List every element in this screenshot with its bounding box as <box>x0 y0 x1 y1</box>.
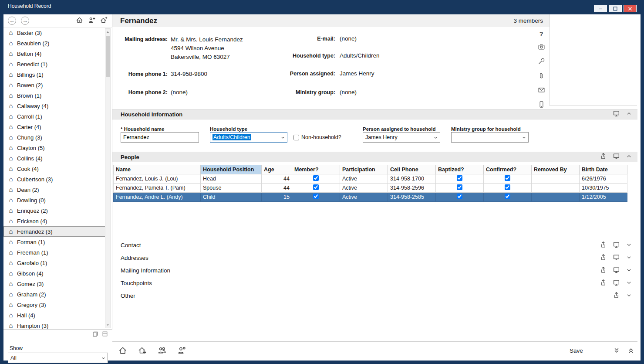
col-header-cell-phone[interactable]: Cell Phone <box>388 165 436 174</box>
person-row[interactable]: Fernandez, Louis J. (Lou) Head 44 Active… <box>114 174 627 184</box>
email-button[interactable] <box>538 86 545 95</box>
household-item[interactable]: ⌂Billings (1) <box>3 69 108 80</box>
household-item[interactable]: ⌂Bowen (2) <box>3 80 108 90</box>
export-section-button[interactable] <box>613 292 620 300</box>
expand-section-button[interactable] <box>626 292 632 300</box>
add-person-button[interactable] <box>88 17 95 25</box>
non-household-checkbox[interactable] <box>293 135 299 140</box>
collapse-section-button[interactable] <box>626 110 632 118</box>
person-row-selected[interactable]: Fernandez, Andre L. (Andy) Child 15 Acti… <box>114 193 627 202</box>
col-header-household-position[interactable]: Household Position <box>201 165 262 174</box>
member-checkbox[interactable] <box>313 194 319 199</box>
export-section-button[interactable] <box>600 266 607 275</box>
scroll-up-button[interactable] <box>105 29 110 35</box>
household-item[interactable]: ⌂Chung (3) <box>3 132 108 143</box>
confirmed-checkbox[interactable] <box>505 184 510 190</box>
baptized-checkbox[interactable] <box>457 184 462 190</box>
household-record-button[interactable] <box>118 346 127 356</box>
household-item[interactable]: ⌂Gregory (3) <box>3 299 108 310</box>
ministry-group-select[interactable] <box>451 132 529 143</box>
baptized-checkbox[interactable] <box>457 175 462 181</box>
household-item[interactable]: ⌂Brown (1) <box>3 90 108 101</box>
person-assigned-select[interactable]: James Henry <box>363 132 440 143</box>
back-button[interactable]: ← <box>8 17 16 25</box>
household-item[interactable]: ⌂Carroll (1) <box>3 111 108 122</box>
household-item[interactable]: ⌂Forman (1) <box>3 237 108 247</box>
detach-section-button[interactable] <box>613 266 620 275</box>
export-section-button[interactable] <box>600 153 607 161</box>
show-filter-select[interactable]: All <box>8 353 108 363</box>
household-item[interactable]: ⌂Freeman (1) <box>3 247 108 258</box>
export-section-button[interactable] <box>600 279 607 288</box>
detach-section-button[interactable] <box>613 279 620 288</box>
export-section-button[interactable] <box>600 241 607 250</box>
col-header-participation[interactable]: Participation <box>340 165 388 174</box>
member-checkbox[interactable] <box>313 175 319 181</box>
household-item[interactable]: ⌂Dean (2) <box>3 184 108 195</box>
camera-button[interactable] <box>538 43 545 52</box>
export-section-button[interactable] <box>600 254 607 262</box>
col-header-removed-by[interactable]: Removed By <box>532 165 580 174</box>
panel-layout-button-1[interactable] <box>92 331 98 338</box>
household-item[interactable]: ⌂Gomez (3) <box>3 279 108 289</box>
expand-section-button[interactable] <box>626 242 632 249</box>
help-icon[interactable]: ? <box>539 30 543 37</box>
household-item[interactable]: ⌂Hall (4) <box>3 310 108 320</box>
member-checkbox[interactable] <box>313 184 319 190</box>
expand-section-button[interactable] <box>626 279 632 287</box>
person-row[interactable]: Fernandez, Pamela T. (Pam) Spouse 44 Act… <box>114 184 627 193</box>
collapse-section-button[interactable] <box>626 153 632 161</box>
col-header-age[interactable]: Age <box>262 165 292 174</box>
maximize-button[interactable] <box>609 5 622 12</box>
section-addresses[interactable]: Addresses <box>112 252 637 264</box>
scroll-thumb[interactable] <box>106 36 110 77</box>
household-item[interactable]: ⌂Garofalo (1) <box>3 258 108 268</box>
household-item[interactable]: ⌂Collins (4) <box>3 153 108 163</box>
expand-all-button[interactable] <box>613 347 620 355</box>
col-header-baptized[interactable]: Baptized? <box>436 165 484 174</box>
household-view-button[interactable] <box>76 17 83 25</box>
household-type-select[interactable]: Adults/Children <box>210 132 287 143</box>
detach-section-button[interactable] <box>613 153 620 161</box>
person-record-button[interactable] <box>177 346 186 356</box>
panel-layout-button-2[interactable] <box>102 331 108 338</box>
household-item[interactable]: ⌂Clayton (5) <box>3 143 108 153</box>
expand-section-button[interactable] <box>626 267 632 275</box>
section-touchpoints[interactable]: Touchpoints <box>112 277 637 289</box>
household-item-selected[interactable]: ⌂Fernandez (3) <box>3 226 108 237</box>
save-button[interactable]: Save <box>570 347 583 354</box>
section-mailing-information[interactable]: Mailing Information <box>112 264 637 277</box>
scroll-down-button[interactable] <box>105 322 110 328</box>
section-other[interactable]: Other <box>112 289 637 302</box>
household-item[interactable]: ⌂Dowling (0) <box>3 195 108 205</box>
attachments-button[interactable] <box>538 72 545 81</box>
household-item[interactable]: ⌂Hampton (3) <box>3 320 108 329</box>
household-item[interactable]: ⌂Benedict (1) <box>3 59 108 69</box>
sidebar-scrollbar[interactable] <box>105 28 111 328</box>
go-to-household-button[interactable] <box>138 346 147 356</box>
household-item[interactable]: ⌂Erickson (4) <box>3 216 108 226</box>
household-item[interactable]: ⌂Graham (2) <box>3 289 108 299</box>
col-header-confirmed[interactable]: Confirmed? <box>484 165 532 174</box>
forward-button[interactable]: → <box>21 17 29 25</box>
col-header-name[interactable]: Name <box>114 165 201 174</box>
close-button[interactable] <box>624 5 637 12</box>
household-item[interactable]: ⌂Callaway (4) <box>3 101 108 111</box>
household-item[interactable]: ⌂Belton (4) <box>3 48 108 59</box>
household-name-input[interactable] <box>121 132 199 143</box>
mobile-button[interactable] <box>538 101 545 109</box>
members-button[interactable] <box>158 346 166 356</box>
baptized-checkbox[interactable] <box>457 194 462 199</box>
tools-button[interactable] <box>538 58 545 66</box>
collapse-all-button[interactable] <box>627 347 634 355</box>
household-item[interactable]: ⌂Enriquez (2) <box>3 205 108 216</box>
confirmed-checkbox[interactable] <box>505 175 510 181</box>
household-item[interactable]: ⌂Beaubien (2) <box>3 38 108 48</box>
section-contact[interactable]: Contact <box>112 239 637 252</box>
col-header-member[interactable]: Member? <box>292 165 340 174</box>
confirmed-checkbox[interactable] <box>505 194 510 199</box>
detach-section-button[interactable] <box>613 254 620 262</box>
minimize-button[interactable] <box>594 5 607 12</box>
household-item[interactable]: ⌂Cook (4) <box>3 163 108 174</box>
household-item[interactable]: ⌂Carter (4) <box>3 122 108 132</box>
